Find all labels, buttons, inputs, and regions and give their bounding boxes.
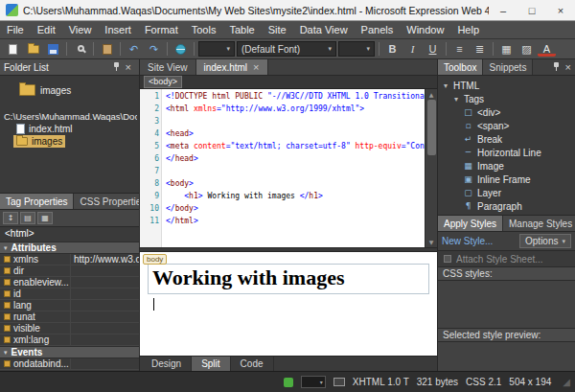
- property-name: xmlns: [0, 254, 71, 265]
- font-family-select[interactable]: (Default Font) ▾: [237, 41, 336, 57]
- menu-item-site[interactable]: Site: [262, 21, 293, 38]
- property-name: visible: [0, 323, 71, 334]
- property-row-lang[interactable]: lang: [0, 300, 139, 311]
- tab-site-view[interactable]: Site View: [140, 59, 196, 75]
- scroll-down-icon[interactable]: ▼: [429, 239, 434, 245]
- code-editor[interactable]: 1<!DOCTYPE html PUBLIC "-//W3C//DTD XHTM…: [140, 89, 437, 247]
- sort-alphabetical-icon[interactable]: ↕: [3, 212, 18, 224]
- menu-item-file[interactable]: File: [0, 21, 31, 38]
- menu-item-window[interactable]: Window: [400, 21, 450, 38]
- expander-icon[interactable]: ▾: [452, 95, 460, 104]
- toolbox-node-paragraph[interactable]: ¶Paragraph: [438, 199, 575, 213]
- tab-manage-styles[interactable]: Manage Styles: [503, 216, 575, 231]
- section-header-attributes[interactable]: ▾Attributes: [0, 242, 139, 254]
- menu-item-view[interactable]: View: [62, 21, 99, 38]
- italic-button[interactable]: I: [403, 41, 422, 58]
- underline-button[interactable]: U: [424, 41, 442, 58]
- section-header-events[interactable]: ▾Events: [0, 346, 139, 358]
- toolbox-node-form-controls[interactable]: ▾Form Controls: [438, 213, 575, 215]
- toolbox-node-div[interactable]: □<div>: [438, 105, 575, 119]
- close-tab-icon[interactable]: ×: [253, 62, 259, 73]
- tab-split[interactable]: Split: [192, 357, 230, 371]
- save-button[interactable]: [44, 41, 62, 58]
- open-button[interactable]: [24, 41, 42, 58]
- status-item-xhtml-1-0-t[interactable]: XHTML 1.0 T: [353, 377, 409, 387]
- resize-grip[interactable]: ◢: [563, 377, 570, 387]
- status-item-css-2-1[interactable]: CSS 2.1: [466, 377, 501, 387]
- bold-button[interactable]: B: [383, 41, 402, 58]
- menu-item-data-view[interactable]: Data View: [293, 21, 355, 38]
- pin-icon[interactable]: [112, 62, 121, 72]
- property-row-runat[interactable]: runat: [0, 311, 139, 323]
- toolbox-node-layer[interactable]: ▢Layer: [438, 186, 575, 199]
- highlight-button[interactable]: ▨: [518, 41, 536, 58]
- folder-list-body[interactable]: images C:\Users\Muhammad.Waqas\Documents…: [0, 76, 139, 193]
- property-value[interactable]: http://www.w3.o...: [71, 254, 139, 265]
- property-row-xml-lang[interactable]: xml:lang: [0, 334, 139, 346]
- expander-icon[interactable]: ▾: [442, 81, 449, 90]
- toolbox-node-tags[interactable]: ▾Tags: [438, 92, 575, 105]
- undo-button[interactable]: ↶: [125, 41, 143, 58]
- set-properties-icon[interactable]: ▦: [37, 212, 53, 224]
- body-tag-visual-aid[interactable]: body: [143, 254, 167, 265]
- quick-tag-body[interactable]: <body>: [144, 76, 182, 88]
- menu-item-table[interactable]: Table: [222, 21, 261, 38]
- categorized-view-icon[interactable]: ▤: [20, 212, 35, 224]
- menu-item-help[interactable]: Help: [450, 21, 486, 38]
- toolbox-node-horizontal-line[interactable]: ─Horizontal Line: [438, 146, 575, 159]
- design-view[interactable]: body Working with images: [140, 252, 437, 356]
- options-button[interactable]: Options ▾: [519, 234, 571, 248]
- minimize-button[interactable]: –: [489, 0, 518, 20]
- property-row-ondatabind[interactable]: ondatabind...: [0, 358, 139, 370]
- tab-css-properties[interactable]: CSS Properties: [74, 194, 139, 209]
- scrollbar-thumb[interactable]: [427, 100, 436, 155]
- tab-apply-styles[interactable]: Apply Styles: [438, 216, 503, 231]
- toolbox-node-html[interactable]: ▾HTML: [438, 79, 575, 92]
- property-row-enableview[interactable]: enableview...: [0, 277, 139, 288]
- menu-item-tools[interactable]: Tools: [185, 21, 223, 38]
- font-color-button[interactable]: A: [538, 43, 556, 57]
- property-row-xmlns[interactable]: xmlnshttp://www.w3.o...: [0, 254, 139, 265]
- close-button[interactable]: ×: [546, 0, 575, 20]
- menu-item-edit[interactable]: Edit: [31, 21, 62, 38]
- find-button[interactable]: [71, 41, 89, 58]
- preview-button[interactable]: [172, 41, 190, 58]
- bullets-button[interactable]: ≡: [450, 41, 469, 58]
- property-row-visible[interactable]: visible: [0, 323, 139, 334]
- toolbox-node-break[interactable]: ↵Break: [438, 132, 575, 146]
- maximize-button[interactable]: □: [518, 0, 546, 20]
- style-select[interactable]: ▾: [198, 41, 235, 57]
- tab-code[interactable]: Code: [231, 357, 274, 371]
- scroll-up-icon[interactable]: ▲: [429, 91, 434, 98]
- menu-item-panels[interactable]: Panels: [355, 21, 401, 38]
- toolbox-node-image[interactable]: ▦Image: [438, 159, 575, 173]
- property-row-id[interactable]: id: [0, 288, 139, 300]
- site-root-item[interactable]: C:\Users\Muhammad.Waqas\Documents\M: [2, 110, 137, 123]
- new-document-button[interactable]: [4, 41, 22, 58]
- paste-button[interactable]: [98, 41, 116, 58]
- tab-tag-properties[interactable]: Tag Properties: [0, 194, 74, 209]
- tab-index-html[interactable]: index.html ×: [196, 59, 268, 75]
- style-application-select[interactable]: ▾: [301, 376, 326, 388]
- toolbox-node-span[interactable]: ▫<span>: [438, 119, 575, 132]
- borders-button[interactable]: ▦: [497, 41, 516, 58]
- code-scrollbar[interactable]: ▲ ▼: [425, 89, 437, 247]
- pin-icon[interactable]: [552, 62, 561, 72]
- folder-list-item-images[interactable]: images: [13, 135, 65, 148]
- numbering-button[interactable]: ≣: [471, 41, 489, 58]
- close-panel-icon[interactable]: ×: [126, 62, 131, 73]
- font-size-select[interactable]: ▾: [338, 41, 375, 57]
- tab-snippets[interactable]: Snippets: [483, 59, 533, 75]
- property-row-dir[interactable]: dir: [0, 265, 139, 277]
- design-heading[interactable]: Working with images: [148, 264, 429, 294]
- redo-button[interactable]: ↷: [145, 41, 163, 58]
- close-panel-icon[interactable]: ×: [565, 62, 571, 73]
- toolbox-node-inline-frame[interactable]: ▣Inline Frame: [438, 173, 575, 186]
- folder-list-item-index-html[interactable]: index.html: [13, 123, 76, 135]
- tab-design[interactable]: Design: [142, 357, 192, 371]
- menu-item-format[interactable]: Format: [138, 21, 185, 38]
- tab-toolbox[interactable]: Toolbox: [438, 59, 483, 75]
- css-styles-list[interactable]: [438, 281, 575, 328]
- new-style-link[interactable]: New Style...: [442, 236, 493, 246]
- menu-item-insert[interactable]: Insert: [98, 21, 138, 38]
